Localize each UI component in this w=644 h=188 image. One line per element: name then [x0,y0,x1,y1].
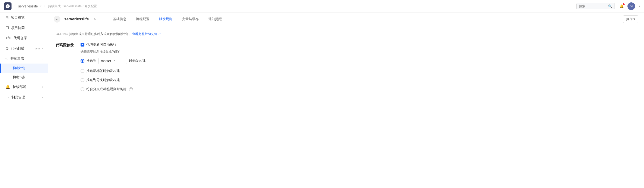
checkbox-label: 代码更新时自动执行 [86,42,116,47]
tab-trigger-rules[interactable]: 触发规则 [154,13,177,26]
back-arrow-icon: ← [56,17,59,21]
radio-push-branch-btn[interactable] [80,59,84,63]
radio-push-tag-label: 推送新标签时触发构建 [86,69,120,73]
check-icon [81,44,84,46]
rule-match-help-icon[interactable]: ? [129,87,133,91]
breadcrumb-project[interactable]: serverlesslife [63,4,82,8]
project-chevron[interactable]: ▾ [40,5,42,8]
sidebar-label-project-collab: 项目协同 [11,26,43,30]
tab-vars-cache[interactable]: 变量与缓存 [177,13,204,26]
ops-button[interactable]: 操作 ▾ [623,15,638,23]
deploy-icon: 🔔 [6,85,10,89]
sidebar-item-cd[interactable]: 🔔 持续部署 › [0,82,48,92]
radio-rule-match: 符合分支或标签规则时构建 ? [80,87,146,91]
cd-chevron: › [42,86,43,88]
back-button[interactable]: ← [54,16,60,22]
sidebar-label-code-repo: 代码仓库 [14,36,43,40]
sidebar-item-build-plan[interactable]: 构建计划 [0,64,48,73]
build-node-label: 构建节点 [13,75,25,79]
sidebar-item-code-scan[interactable]: ⊙ 代码扫描 beta › [0,43,48,54]
help-text: CODING 持续集成支持通过多种方式来触发构建计划， [56,32,132,36]
sidebar-label-product-mgmt: 制品管理 [12,95,40,100]
radio-rule-match-btn[interactable] [80,87,84,91]
breadcrumb-current: 修改配置 [84,4,97,8]
top-nav: › serverlesslife ▾ › 持续集成 / serverlessli… [0,0,644,12]
app-logo [4,2,12,10]
trigger-options: 代码更新时自动执行 选择需要触发持续集成的事件 推送到 master ▾ [80,42,146,96]
edit-icon[interactable]: ✎ [94,17,96,21]
help-link[interactable]: 查看完整帮助文档 ↗ [132,32,161,36]
radio-push-any-branch-label: 推送到分支时触发构建 [86,78,120,82]
branch-select-chevron: ▾ [114,60,124,62]
sidebar-item-ci[interactable]: ∞ 持续集成 ⌄ [0,54,48,64]
content-area: CODING 持续集成支持通过多种方式来触发构建计划， 查看完整帮助文档 ↗ 代… [48,26,644,102]
breadcrumb-arrow-2: › [44,4,45,8]
breadcrumb-sep-1: / [62,4,62,8]
radio-push-tag-btn[interactable] [80,69,84,73]
search-input[interactable] [579,4,606,8]
tab-notifications[interactable]: 通知提醒 [204,13,226,26]
product-chevron: › [42,96,43,98]
nav-icons: 🔔 do ▾ [620,2,640,10]
notification-badge [623,3,624,5]
sub-label: 选择需要触发持续集成的事件 [80,50,146,54]
checkbox-row: 代码更新时自动执行 [80,42,146,47]
trigger-label: 代码源触发 [56,42,75,48]
sidebar-item-product-mgmt[interactable]: ▭ 制品管理 › [0,92,48,102]
box-icon: ▭ [6,95,9,100]
push-suffix: 时触发构建 [129,59,146,63]
main-content: ← serverlesslife ✎ 基础信息 流程配置 触发规则 变量与缓存 [48,12,644,188]
infinity-icon: ∞ [6,56,8,61]
breadcrumb: 持续集成 / serverlesslife / 修改配置 [48,4,97,8]
branch-select-value: master [101,59,112,63]
project-name[interactable]: serverlesslife [18,4,38,8]
header-divider [102,17,102,22]
home-icon: ⊞ [6,15,9,20]
build-plan-label: 构建计划 [13,66,25,70]
search-icon: 🔍 [608,4,612,8]
page-header: ← serverlesslife ✎ 基础信息 流程配置 触发规则 变量与缓存 [48,12,644,26]
radio-push-to-branch: 推送到 master ▾ 时触发构建 [80,58,146,64]
search-box[interactable]: 🔍 [576,3,615,9]
sidebar-item-project-overview[interactable]: ⊞ 项目概览 [0,12,48,23]
radio-push-label: 推送到 [86,59,96,63]
notification-bell[interactable]: 🔔 [620,4,624,8]
inbox-icon: ☐ [6,26,9,30]
ci-submenu: 构建计划 构建节点 [0,64,48,82]
sidebar-item-project-collab[interactable]: ☐ 项目协同 [0,23,48,33]
tab-basic-info[interactable]: 基础信息 [108,13,131,26]
avatar-chevron[interactable]: ▾ [639,5,640,8]
radio-push-tag: 推送新标签时触发构建 [80,69,146,73]
auto-execute-checkbox[interactable] [80,43,84,46]
radio-push-branch-inner [82,60,84,62]
sidebar-label-ci: 持续集成 [10,56,38,61]
logo-icon [5,4,10,9]
breadcrumb-arrow-1: › [14,4,15,8]
breadcrumb-sep-2: / [82,4,84,8]
radio-rule-match-label: 符合分支或标签规则时构建 [86,87,126,91]
ops-label: 操作 [626,17,632,21]
main-layout: ⊞ 项目概览 ☐ 项目协同 </> 代码仓库 ⊙ 代码扫描 beta › ∞ 持… [0,12,644,188]
sidebar-label-code-scan: 代码扫描 [11,46,31,50]
tab-nav: 基础信息 流程配置 触发规则 变量与缓存 通知提醒 [108,12,226,26]
branch-select[interactable]: master ▾ [98,58,127,64]
sidebar: ⊞ 项目概览 ☐ 项目协同 </> 代码仓库 ⊙ 代码扫描 beta › ∞ 持… [0,12,48,188]
ci-chevron: ⌄ [41,57,43,60]
help-text-row: CODING 持续集成支持通过多种方式来触发构建计划， 查看完整帮助文档 ↗ [56,32,636,37]
breadcrumb-ci[interactable]: 持续集成 [48,4,61,8]
sidebar-item-build-node[interactable]: 构建节点 [0,73,48,82]
radio-push-any-branch-btn[interactable] [80,78,84,82]
ops-chevron-icon: ▾ [634,17,635,21]
sidebar-item-code-repo[interactable]: </> 代码仓库 [0,33,48,43]
page-title: serverlesslife [64,17,89,21]
code-icon: </> [6,36,11,40]
code-scan-chevron: › [42,47,43,50]
tab-flow-config[interactable]: 流程配置 [131,13,154,26]
trigger-section: 代码源触发 代码更新时自动执行 选择需要触发持续集成的事件 [56,42,636,96]
sidebar-label-project-overview: 项目概览 [11,16,43,20]
scan-icon: ⊙ [6,46,9,50]
code-scan-badge: beta [34,47,40,50]
sidebar-label-cd: 持续部署 [13,85,40,89]
avatar[interactable]: do [628,2,635,10]
radio-push-any-branch: 推送到分支时触发构建 [80,78,146,82]
